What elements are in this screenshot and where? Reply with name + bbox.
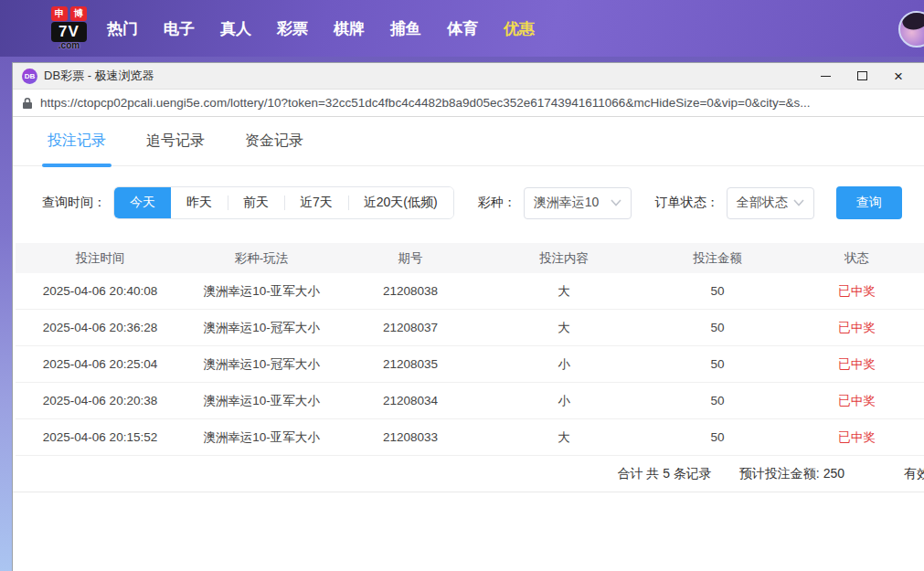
- issue-number: 21208038: [338, 284, 483, 298]
- bet-time: 2025-04-06 20:25:04: [16, 357, 185, 371]
- order-status-value: 全部状态: [737, 195, 788, 211]
- logo-main: 7V: [51, 22, 87, 42]
- nav-item-hot[interactable]: 热门: [107, 18, 138, 39]
- lottery-play: 澳洲幸运10-亚军大小: [185, 393, 338, 409]
- nav-item-promo[interactable]: 优惠: [504, 18, 535, 39]
- chevron-down-icon: [611, 199, 621, 206]
- minimize-icon: [821, 76, 831, 77]
- chevron-down-icon: [793, 199, 804, 206]
- time-option-20days[interactable]: 近20天(低频): [348, 187, 453, 218]
- bet-content: 大: [483, 283, 645, 300]
- summary-total-records: 合计 共 5 条记录: [617, 466, 711, 482]
- bet-content: 大: [483, 429, 645, 446]
- page-content: 投注记录 追号记录 资金记录 查询时间： 今天 昨天 前天 近7天 近20天(低…: [13, 117, 924, 571]
- lottery-play: 澳洲幸运10-冠军大小: [185, 356, 338, 373]
- time-filter-label: 查询时间：: [42, 195, 106, 211]
- col-lottery-play: 彩种-玩法: [185, 250, 338, 267]
- bet-amount: 50: [645, 284, 790, 298]
- logo-sub: .com: [58, 41, 80, 50]
- col-status: 状态: [790, 250, 924, 267]
- nav-item-live[interactable]: 真人: [220, 18, 251, 39]
- maximize-button[interactable]: [844, 64, 880, 88]
- table-row: 2025-04-06 20:15:52 澳洲幸运10-亚军大小 21208033…: [16, 419, 924, 456]
- status-badge: 已中奖: [790, 429, 924, 446]
- bet-amount: 50: [645, 321, 790, 334]
- status-filter-label: 订单状态：: [655, 195, 719, 211]
- table-row: 2025-04-06 20:25:04 澳洲幸运10-冠军大小 21208035…: [16, 346, 924, 383]
- col-issue: 期号: [338, 250, 483, 267]
- bet-records-table: 投注时间 彩种-玩法 期号 投注内容 投注金额 状态 2025-04-06 20…: [16, 243, 924, 456]
- status-badge: 已中奖: [790, 356, 924, 373]
- logo-badge-2: 博: [70, 6, 87, 21]
- col-bet-content: 投注内容: [483, 250, 645, 267]
- bet-time: 2025-04-06 20:15:52: [16, 430, 185, 444]
- col-bet-time: 投注时间: [16, 250, 185, 267]
- logo-badge-1: 申: [51, 6, 68, 21]
- order-status-select[interactable]: 全部状态: [727, 187, 814, 219]
- lottery-filter-label: 彩种：: [478, 195, 516, 211]
- user-avatar[interactable]: [898, 11, 924, 48]
- filter-row: 查询时间： 今天 昨天 前天 近7天 近20天(低频) 彩种： 澳洲幸运10 订…: [42, 186, 924, 219]
- bet-amount: 50: [645, 357, 790, 371]
- bet-amount: 50: [645, 430, 790, 444]
- nav-item-chess[interactable]: 棋牌: [334, 18, 365, 39]
- maximize-icon: [857, 71, 867, 80]
- nav-menu: 热门 电子 真人 彩票 棋牌 捕鱼 体育 优惠: [107, 18, 535, 39]
- lottery-select-value: 澳洲幸运10: [534, 195, 600, 211]
- url-text[interactable]: https://ctopcp02pcali.uengi5e.com/lotter…: [40, 96, 811, 110]
- time-option-yesterday[interactable]: 昨天: [171, 187, 228, 218]
- url-bar[interactable]: https://ctopcp02pcali.uengi5e.com/lotter…: [13, 90, 924, 117]
- lottery-select[interactable]: 澳洲幸运10: [524, 187, 632, 219]
- summary-expected-amount: 预计投注金额: 250: [739, 466, 844, 482]
- nav-item-slots[interactable]: 电子: [164, 18, 195, 39]
- table-row: 2025-04-06 20:36:28 澳洲幸运10-冠军大小 21208037…: [16, 310, 924, 346]
- bet-content: 大: [483, 320, 645, 336]
- time-option-day-before[interactable]: 前天: [228, 187, 284, 218]
- time-option-7days[interactable]: 近7天: [284, 187, 348, 218]
- bet-time: 2025-04-06 20:36:28: [16, 321, 185, 334]
- minimize-button[interactable]: [807, 64, 844, 88]
- table-row: 2025-04-06 20:40:08 澳洲幸运10-亚军大小 21208038…: [16, 273, 924, 310]
- status-badge: 已中奖: [790, 283, 924, 300]
- window-title: DB彩票 - 极速浏览器: [44, 68, 154, 84]
- table-header-row: 投注时间 彩种-玩法 期号 投注内容 投注金额 状态: [16, 243, 924, 273]
- time-option-today[interactable]: 今天: [114, 187, 171, 218]
- time-filter-group: 今天 昨天 前天 近7天 近20天(低频): [113, 186, 454, 219]
- close-icon: ×: [894, 69, 903, 84]
- col-bet-amount: 投注金额: [645, 250, 790, 267]
- app-icon: DB: [22, 69, 37, 84]
- nav-item-fishing[interactable]: 捕鱼: [390, 18, 421, 39]
- site-nav: 申 博 7V .com 热门 电子 真人 彩票 棋牌 捕鱼 体育 优惠: [0, 0, 924, 57]
- lottery-play: 澳洲幸运10-亚军大小: [185, 429, 338, 446]
- search-button[interactable]: 查询: [836, 186, 902, 219]
- nav-item-lottery[interactable]: 彩票: [277, 18, 308, 39]
- lottery-play: 澳洲幸运10-冠军大小: [185, 320, 338, 336]
- issue-number: 21208035: [338, 357, 483, 371]
- bet-content: 小: [483, 356, 645, 373]
- issue-number: 21208033: [338, 430, 483, 444]
- record-tabs: 投注记录 追号记录 资金记录: [13, 117, 924, 166]
- bet-content: 小: [483, 393, 645, 409]
- site-logo[interactable]: 申 博 7V .com: [51, 6, 87, 50]
- browser-window: DB DB彩票 - 极速浏览器 × https://ctopcp02pcali.…: [12, 62, 924, 571]
- lock-icon: [22, 97, 33, 110]
- window-controls: ×: [807, 64, 917, 88]
- status-badge: 已中奖: [790, 320, 924, 336]
- nav-item-sports[interactable]: 体育: [447, 18, 478, 39]
- bet-time: 2025-04-06 20:40:08: [16, 284, 185, 298]
- summary-row: 合计 共 5 条记录 预计投注金额: 250 有效投注金额: [13, 456, 924, 492]
- tab-fund-records[interactable]: 资金记录: [245, 132, 303, 165]
- status-badge: 已中奖: [790, 393, 924, 409]
- bet-amount: 50: [645, 394, 790, 407]
- issue-number: 21208037: [338, 321, 483, 334]
- tab-chase-records[interactable]: 追号记录: [146, 132, 205, 165]
- window-title-bar: DB DB彩票 - 极速浏览器 ×: [13, 63, 924, 90]
- logo-badges: 申 博: [51, 6, 87, 21]
- table-row: 2025-04-06 20:20:38 澳洲幸运10-亚军大小 21208034…: [16, 383, 924, 419]
- summary-valid-amount: 有效投注金额: [904, 466, 924, 482]
- bet-time: 2025-04-06 20:20:38: [16, 394, 185, 407]
- tab-bet-records[interactable]: 投注记录: [48, 132, 106, 165]
- lottery-play: 澳洲幸运10-亚军大小: [185, 283, 338, 300]
- close-button[interactable]: ×: [880, 64, 917, 88]
- issue-number: 21208034: [338, 394, 483, 407]
